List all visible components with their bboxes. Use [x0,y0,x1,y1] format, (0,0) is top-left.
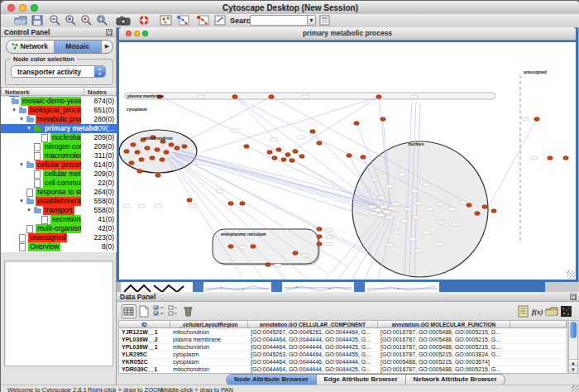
select-attributes-icon[interactable] [151,304,166,318]
network-node-label-chip[interactable] [411,95,419,98]
tree-row[interactable]: mosaic-demo-yeast874(0) [1,97,117,106]
tree-row[interactable]: ▼biological_process651(0) [1,106,117,115]
network-node[interactable] [475,212,480,216]
network-node-label-chip[interactable] [404,208,412,211]
network-node[interactable] [187,198,192,203]
network-node-label-chip[interactable] [459,201,467,204]
network-node[interactable] [145,146,150,151]
network-node-label-chip[interactable] [386,216,394,219]
network-node-label-chip[interactable] [393,231,400,234]
network-node-label-chip[interactable] [371,178,379,181]
network-node-label-chip[interactable] [438,221,445,224]
tab-overflow-arrow[interactable]: ▶ [102,41,112,53]
network-node[interactable] [269,95,274,99]
background-window-fragment[interactable] [365,282,439,292]
network-node[interactable] [124,150,129,154]
network-node-label-chip[interactable] [326,228,333,232]
network-node[interactable] [354,122,359,126]
background-window-fragment[interactable] [545,282,579,292]
background-window-border[interactable] [193,282,203,292]
table-cell[interactable]: [GO:0044464, GO:0044444, GO:0044425, G..… [248,366,378,373]
table-cell[interactable]: mitochondrion [170,328,248,336]
network-node[interactable] [139,158,144,162]
network-node-label-chip[interactable] [155,204,162,208]
network-node-label-chip[interactable] [217,189,224,193]
network-node-label-chip[interactable] [302,95,309,98]
network-node-label-chip[interactable] [377,213,385,217]
network-node-label-chip[interactable] [531,156,538,160]
network-node[interactable] [548,156,553,160]
network-node-label-chip[interactable] [189,204,197,208]
tree-row[interactable]: ▼cellular process614(0) [1,160,117,170]
background-window-fragment[interactable] [203,282,271,292]
disclosure-triangle-icon[interactable]: ▼ [19,162,24,167]
disclosure-triangle-icon[interactable]: ▼ [26,126,31,131]
open-session-icon[interactable] [14,15,28,26]
layout-red-icon[interactable] [196,15,209,26]
network-node[interactable] [290,159,294,163]
tab-network[interactable]: Network [7,41,55,53]
zoom-fit-icon[interactable] [96,15,108,26]
network-node-label-chip[interactable] [371,212,378,215]
delete-attribute-trash-icon[interactable] [181,304,196,318]
network-node[interactable] [266,263,270,267]
tree-row[interactable]: ▼establishment of lo558(0) [1,197,117,206]
network-node[interactable] [272,156,277,160]
network-node-label-chip[interactable] [448,208,456,211]
zoom-out-icon[interactable] [49,15,60,26]
tree-row[interactable]: ▼metabolic process280(0) [1,115,117,124]
table-cell[interactable]: YPL036W__1 [119,343,170,351]
color-attribute-dropdown[interactable]: transporter activity ▲▼ [11,65,106,78]
network-edge[interactable] [489,119,537,206]
network-node[interactable] [228,202,233,206]
tree-row-label[interactable]: transport [43,206,74,215]
table-cell[interactable]: [GO:0016787, GO:0005488, GO:0005215, G..… [378,366,510,373]
tree-row[interactable]: macromolecule311(0) [1,151,117,160]
scrollbar-thumb[interactable] [570,322,577,338]
birdseye-view-icon[interactable] [160,15,172,26]
snapshot-camera-icon[interactable] [116,15,131,26]
tree-row[interactable]: response to stimul264(0) [1,188,117,197]
save-session-icon[interactable] [31,15,43,26]
network-node-label-chip[interactable] [326,242,333,246]
disclosure-triangle-icon[interactable]: ▼ [19,117,24,122]
network-node-label-chip[interactable] [411,189,419,193]
network-node[interactable] [182,145,187,149]
network-window[interactable]: primary metabolic process plasma membran… [117,27,578,282]
tree-row[interactable]: nucleobase-209(0) [1,133,117,142]
annotations-icon[interactable] [214,15,227,26]
search-dropdown-arrow[interactable]: ▼ [307,15,316,26]
table-cell[interactable]: [GO:0016787, GO:0005488, GO:0005215, G..… [378,336,510,343]
tree-row[interactable]: unassigned223(0) [1,233,117,242]
table-cell[interactable]: [GO:0045263, GO:0044464, GO:0044455, G..… [248,351,378,358]
tree-row-label[interactable]: mosaic-demo-yeast [21,97,85,106]
tree-row[interactable]: secretion41(0) [1,215,117,224]
network-node[interactable] [563,156,568,160]
tab-mosaic[interactable]: Mosaic [55,41,103,53]
network-edge[interactable] [166,158,242,277]
table-cell[interactable]: [GO:0044464, GO:0044446, GO:0044444, G..… [248,358,378,366]
formula-builder-icon[interactable]: f(x) [530,304,545,318]
network-node[interactable] [228,245,233,249]
tree-row[interactable]: ▼transport558(0) [1,206,117,215]
tree-row-label[interactable]: Overview [28,242,60,251]
network-node[interactable] [175,146,179,151]
col-header-cellular-component[interactable]: annotation.GO CELLULAR_COMPONENT [248,321,378,328]
background-window-border[interactable] [271,282,282,292]
network-node-label-chip[interactable] [270,138,278,141]
tree-row[interactable]: Overview8(0) [1,242,117,251]
network-node-label-chip[interactable] [415,202,423,205]
tree-row-label[interactable]: biological_process [28,106,89,115]
network-node-label-chip[interactable] [409,237,417,241]
network-edge[interactable] [175,97,271,147]
network-node-label-chip[interactable] [413,216,420,219]
tree-row[interactable]: multi-organism pro42(0) [1,224,117,233]
network-node[interactable] [129,161,134,165]
layout-blue-icon[interactable] [176,15,189,26]
network-node-label-chip[interactable] [415,249,423,252]
table-cell[interactable]: YPL036W__2 [119,336,170,343]
tree-col-nodes[interactable]: Nodes [84,87,117,96]
network-node-label-chip[interactable] [423,231,431,234]
network-node[interactable] [164,151,169,155]
tree-row-label[interactable]: unassigned [28,233,67,242]
